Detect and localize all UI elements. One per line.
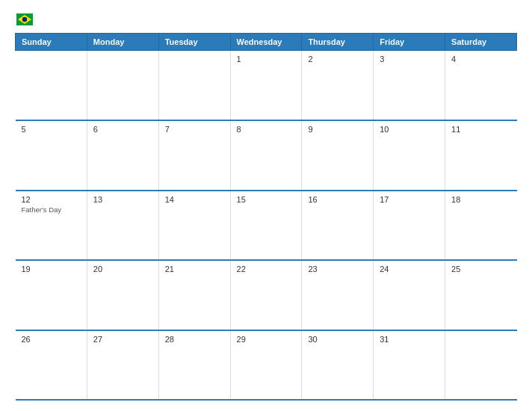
week-row-2: 12Father's Day131415161718 (16, 191, 517, 261)
day-number: 1 (237, 55, 296, 64)
day-number: 10 (380, 125, 439, 134)
day-number: 30 (308, 335, 367, 344)
day-number: 12 (22, 195, 81, 204)
calendar-cell (158, 51, 230, 121)
day-number: 15 (237, 195, 296, 204)
day-number: 5 (22, 125, 81, 134)
calendar-cell: 26 (16, 330, 87, 401)
calendar-cell: 11 (445, 120, 517, 191)
calendar-cell: 18 (445, 191, 517, 261)
day-number: 22 (237, 265, 296, 274)
day-event: Father's Day (22, 206, 81, 214)
day-number: 18 (451, 195, 510, 204)
calendar-cell: 22 (230, 260, 302, 330)
calendar-cell: 17 (374, 191, 445, 261)
calendar-cell: 10 (374, 120, 445, 191)
day-number: 7 (165, 125, 224, 134)
day-number: 16 (308, 195, 367, 204)
day-number: 11 (451, 125, 510, 134)
calendar-cell: 7 (158, 120, 230, 191)
calendar-cell: 30 (302, 330, 374, 401)
week-row-0: 1234 (16, 51, 517, 121)
weekday-header-wednesday: Wednesday (230, 34, 302, 51)
weekday-header-thursday: Thursday (302, 34, 374, 51)
day-number: 6 (93, 125, 152, 134)
day-number: 17 (380, 195, 439, 204)
calendar-cell: 6 (87, 120, 158, 191)
calendar-cell: 21 (158, 260, 230, 330)
day-number: 29 (237, 335, 296, 344)
calendar-cell: 19 (16, 260, 87, 330)
day-number: 19 (22, 265, 81, 274)
calendar-header: SundayMondayTuesdayWednesdayThursdayFrid… (16, 34, 517, 51)
day-number: 21 (165, 265, 224, 274)
calendar-cell (16, 51, 87, 121)
day-number: 8 (237, 125, 296, 134)
day-number: 2 (308, 55, 367, 64)
calendar-cell: 20 (87, 260, 158, 330)
week-row-4: 262728293031 (16, 330, 517, 401)
header (15, 13, 517, 25)
calendar-cell: 25 (445, 260, 517, 330)
day-number: 28 (165, 335, 224, 344)
calendar-cell: 27 (87, 330, 158, 401)
calendar-table: SundayMondayTuesdayWednesdayThursdayFrid… (15, 33, 517, 401)
logo (15, 13, 33, 25)
week-row-1: 567891011 (16, 120, 517, 191)
calendar-cell: 16 (302, 191, 374, 261)
calendar-cell: 1 (230, 51, 302, 121)
day-number: 25 (451, 265, 510, 274)
weekday-header-friday: Friday (374, 34, 445, 51)
calendar-cell: 31 (374, 330, 445, 401)
day-number: 20 (93, 265, 152, 274)
calendar-cell (87, 51, 158, 121)
calendar-cell: 8 (230, 120, 302, 191)
day-number: 24 (380, 265, 439, 274)
weekday-header-sunday: Sunday (16, 34, 87, 51)
calendar-body: 123456789101112Father's Day1314151617181… (16, 51, 517, 401)
day-number: 23 (308, 265, 367, 274)
svg-point-2 (22, 17, 27, 22)
calendar-cell: 24 (374, 260, 445, 330)
day-number: 26 (22, 335, 81, 344)
flag-icon (16, 13, 33, 25)
calendar-cell: 14 (158, 191, 230, 261)
calendar-cell: 15 (230, 191, 302, 261)
calendar-cell: 5 (16, 120, 87, 191)
week-row-3: 19202122232425 (16, 260, 517, 330)
weekday-header-row: SundayMondayTuesdayWednesdayThursdayFrid… (16, 34, 517, 51)
calendar-page: SundayMondayTuesdayWednesdayThursdayFrid… (0, 0, 532, 411)
day-number: 14 (165, 195, 224, 204)
calendar-cell: 2 (302, 51, 374, 121)
weekday-header-monday: Monday (87, 34, 158, 51)
calendar-cell: 28 (158, 330, 230, 401)
calendar-cell: 4 (445, 51, 517, 121)
calendar-cell: 3 (374, 51, 445, 121)
day-number: 9 (308, 125, 367, 134)
day-number: 27 (93, 335, 152, 344)
weekday-header-saturday: Saturday (445, 34, 517, 51)
day-number: 3 (380, 55, 439, 64)
day-number: 4 (451, 55, 510, 64)
weekday-header-tuesday: Tuesday (158, 34, 230, 51)
calendar-cell (445, 330, 517, 401)
calendar-cell: 29 (230, 330, 302, 401)
calendar-cell: 9 (302, 120, 374, 191)
calendar-cell: 12Father's Day (16, 191, 87, 261)
calendar-cell: 23 (302, 260, 374, 330)
day-number: 13 (93, 195, 152, 204)
day-number: 31 (380, 335, 439, 344)
calendar-cell: 13 (87, 191, 158, 261)
